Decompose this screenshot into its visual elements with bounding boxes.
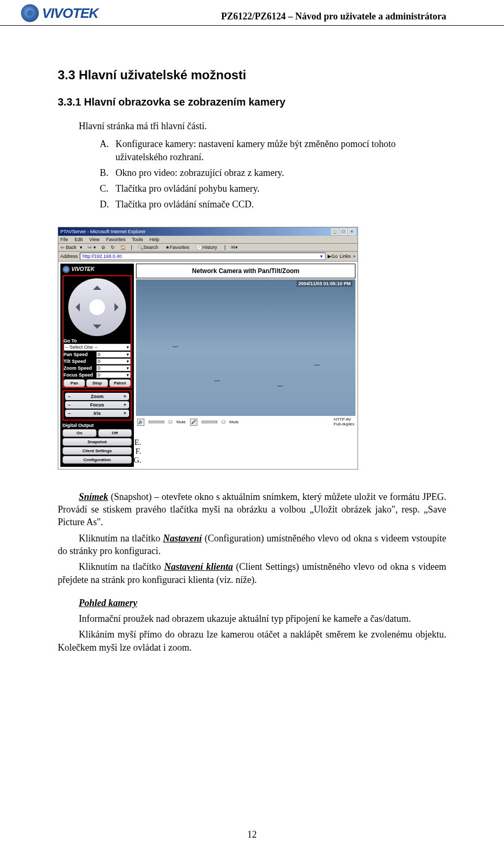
stop-button[interactable]: Stop [86, 379, 108, 387]
go-button[interactable]: ▶Go [328, 254, 338, 259]
video-controls: 🔊 ☐ Mute 🎤 ☐ Mute HTTP AV Full-duplex [136, 416, 355, 429]
body-text: Snímek (Snapshot) – otevřete okno s aktu… [58, 490, 446, 654]
pan-tilt-control[interactable]: ⌂ [68, 278, 126, 336]
menu-help[interactable]: Help [150, 237, 160, 242]
menu-edit[interactable]: Edit [75, 237, 83, 242]
list-letter: A. [100, 138, 116, 163]
list-item: B. Okno pro video: zobrazující obraz z k… [100, 166, 446, 179]
bird-icon: ‿ [314, 358, 320, 366]
configuration-paragraph: Kliknutím na tlačítko Nastavení (Configu… [58, 532, 446, 558]
list-letter: D. [100, 198, 116, 211]
speaker-icon[interactable]: 🔊 [137, 419, 144, 426]
minimize-icon[interactable]: _ [331, 228, 339, 235]
logo: VIVOTEK [21, 4, 98, 22]
client-settings-paragraph: Kliknutím na tlačítko Nastavení klienta … [58, 560, 446, 586]
list-text: Okno pro video: zobrazující obraz z kame… [116, 166, 446, 179]
pan-right-icon[interactable] [114, 303, 123, 311]
window-buttons: _ □ × [331, 228, 355, 235]
tilt-speed-row: Tilt Speed0▾ [64, 358, 131, 364]
pan-left-icon[interactable] [71, 303, 80, 311]
configuration-button[interactable]: Configuration [62, 456, 132, 464]
close-icon[interactable]: × [348, 228, 355, 235]
client-settings-button[interactable]: Client Settings [62, 447, 132, 455]
zoom-speed-select[interactable]: 0▾ [96, 365, 131, 371]
tilt-speed-select[interactable]: 0▾ [96, 358, 131, 364]
zoom-slider[interactable]: –Zoom+ [65, 393, 129, 400]
camera-sidebar: VIVOTEK ⌂ Go To -- Select One --▾ Pan Sp… [60, 264, 134, 467]
snapshot-button[interactable]: Snapshot [62, 438, 132, 446]
pohled-kamery-p2: Klikáním myší přímo do obrazu lze kamero… [58, 628, 446, 654]
zoom-speed-row: Zoom Speed0▾ [64, 365, 131, 371]
iris-slider[interactable]: –Iris+ [65, 410, 129, 417]
pan-home-icon[interactable]: ⌂ [89, 299, 105, 315]
list-letter: C. [100, 182, 116, 195]
off-button[interactable]: Off [98, 429, 132, 437]
list-item: D. Tlačítka pro ovládání snímače CCD. [100, 198, 446, 211]
mail-icon[interactable]: ✉▾ [231, 245, 238, 250]
video-title: Network Camera with Pan/Tilt/Zoom [136, 264, 355, 278]
address-input[interactable]: http://192.168.0.40 ▾ [80, 253, 326, 260]
ie-title-text: PTAVServer - Microsoft Internet Explorer [60, 229, 145, 234]
focus-speed-select[interactable]: 0▾ [96, 372, 131, 378]
home-icon[interactable]: 🏠 [120, 245, 126, 250]
on-button[interactable]: On [62, 429, 97, 437]
pohled-kamery-heading: Pohled kamery [58, 597, 446, 609]
video-frame[interactable]: 2004/11/03 01:05:10 PM ‿ ‿ ‿ ‿ [136, 279, 355, 416]
mark-g: G. [133, 456, 141, 465]
digital-output-buttons: On Off [62, 429, 132, 437]
menu-view[interactable]: View [89, 237, 99, 242]
ie-addressbar: Address http://192.168.0.40 ▾ ▶Go Links … [58, 252, 358, 262]
sidebar-logo: VIVOTEK [62, 266, 132, 273]
pohled-kamery-p1: Informační proužek nad obrazem ukazuje a… [58, 612, 446, 625]
mic-slider[interactable] [202, 421, 217, 423]
menu-tools[interactable]: Tools [132, 237, 143, 242]
connection-info: HTTP AV Full-duplex [334, 417, 354, 427]
history-button[interactable]: 🕘History [196, 245, 219, 250]
video-timestamp: 2004/11/03 01:05:10 PM [297, 280, 352, 287]
bird-icon: ‿ [278, 379, 283, 387]
pan-speed-select[interactable]: 0▾ [96, 351, 131, 358]
menu-favorites[interactable]: Favorites [106, 237, 125, 242]
links-label[interactable]: Links [340, 254, 351, 259]
snapshot-term: Snímek [79, 492, 108, 502]
ie-toolbar: ⇦ Back ▾ ⇨ ▾ ⊘ ↻ 🏠 | 🔍Search ★Favorites … [58, 244, 358, 252]
focus-slider[interactable]: –Focus+ [65, 401, 129, 409]
refresh-icon[interactable]: ↻ [111, 245, 115, 250]
page-content: 3.3 Hlavní uživatelské možnosti 3.3.1 Hl… [0, 26, 504, 654]
patrol-button[interactable]: Patrol [109, 379, 131, 387]
page-number: 12 [0, 829, 504, 840]
pan-tilt-region: ⌂ Go To -- Select One --▾ Pan Speed0▾ Ti… [62, 275, 132, 388]
back-button[interactable]: ⇦ Back ▾ [60, 245, 82, 250]
goto-select[interactable]: -- Select One --▾ [64, 343, 131, 351]
list-item: A. Konfigurace kamery: nastavení kamery … [100, 138, 446, 163]
pan-button[interactable]: Pan [64, 379, 85, 387]
pan-stop-patrol: Pan Stop Patrol [64, 379, 131, 387]
list-text: Tlačítka pro ovládání snímače CCD. [116, 198, 446, 211]
list-item: C. Tlačítka pro ovládání pohybu kamery. [100, 182, 446, 195]
snapshot-paragraph: Snímek (Snapshot) – otevřete okno s aktu… [58, 490, 446, 529]
list-letter: B. [100, 166, 116, 179]
pan-down-icon[interactable] [93, 325, 101, 333]
section-heading: 3.3 Hlavní uživatelské možnosti [58, 68, 446, 82]
ie-menubar: File Edit View Favorites Tools Help [58, 236, 358, 244]
forward-button[interactable]: ⇨ ▾ [88, 245, 96, 250]
logo-eye-icon [62, 266, 70, 273]
mic-icon[interactable]: 🎤 [190, 419, 197, 426]
mute-checkbox[interactable]: ☐ [169, 420, 172, 424]
focus-speed-row: Focus Speed0▾ [64, 372, 131, 378]
mic-mute-checkbox[interactable]: ☐ [222, 420, 225, 424]
search-button[interactable]: 🔍Search [138, 245, 161, 250]
stop-icon[interactable]: ⊘ [101, 245, 106, 250]
pan-up-icon[interactable] [93, 281, 101, 290]
logo-eye-icon [21, 4, 39, 22]
volume-slider[interactable] [149, 421, 164, 423]
address-label: Address [60, 254, 78, 259]
pan-speed-row: Pan Speed0▾ [64, 351, 131, 358]
page-header: VIVOTEK PZ6122/PZ6124 – Návod pro uživat… [0, 0, 504, 26]
ie-window: PTAVServer - Microsoft Internet Explorer… [58, 227, 358, 469]
menu-file[interactable]: File [60, 237, 68, 242]
maximize-icon[interactable]: □ [340, 228, 347, 235]
bird-icon: ‿ [173, 340, 178, 347]
favorites-button[interactable]: ★Favorites [165, 245, 191, 250]
digital-output-label: Digital Output [62, 423, 132, 428]
